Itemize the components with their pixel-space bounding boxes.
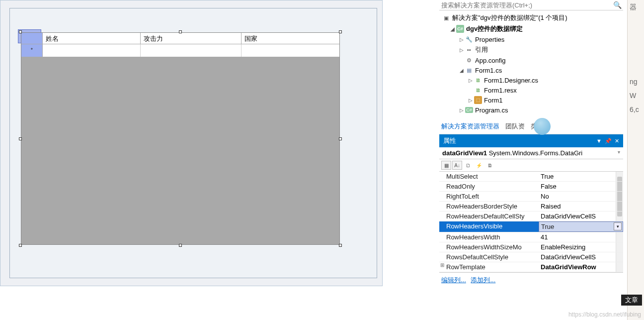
form1-node[interactable]: ◢ ▦ Form1.cs [440, 65, 622, 75]
property-row[interactable]: MultiSelectTrue [439, 172, 623, 182]
property-row[interactable]: RightToLeftNo [439, 192, 623, 202]
grid-new-row[interactable]: * [21, 44, 339, 57]
grid-header-row: 姓名 攻击力 国家 [21, 33, 339, 44]
solution-explorer-search[interactable]: 🔍 [439, 0, 623, 10]
project-node[interactable]: ◢ C# dgv控件的数据绑定 [440, 23, 622, 34]
bottom-tabs: 解决方案资源管理器 团队资 类视图 [439, 119, 623, 134]
avatar-icon [534, 118, 551, 135]
csharp-project-icon: C# [456, 25, 464, 33]
chevron-down-icon[interactable]: ▾ [614, 222, 622, 230]
gutter-text: ng [628, 75, 644, 89]
article-tag[interactable]: 文章 [621, 295, 642, 306]
expander-icon[interactable]: ▷ [467, 78, 474, 83]
alphabetical-button[interactable]: A↓ [452, 161, 462, 170]
expander-icon[interactable]: ▷ [458, 47, 465, 53]
config-file-icon: ⚙ [465, 56, 473, 64]
property-pages-button[interactable]: 🗎 [485, 161, 495, 170]
search-icon[interactable]: 🔍 [613, 1, 621, 9]
column-header[interactable]: 国家 [242, 33, 339, 44]
chevron-down-icon[interactable]: ▾ [618, 149, 620, 155]
grid-corner-cell[interactable] [21, 33, 43, 44]
column-header[interactable]: 姓名 [43, 33, 141, 44]
search-input[interactable] [441, 1, 613, 9]
property-row[interactable]: RowHeadersWidth41 [439, 232, 623, 242]
events-button[interactable]: ⚡ [474, 161, 484, 170]
property-name: ReadOnly [439, 182, 539, 191]
solution-icon: ▣ [442, 14, 450, 22]
expander-icon[interactable]: ▷ [458, 37, 465, 42]
property-value[interactable]: False [539, 182, 623, 191]
program-node[interactable]: ▷ C# Program.cs [440, 105, 622, 115]
property-row[interactable]: RowHeadersBorderStyleRaised [439, 202, 623, 212]
property-value[interactable]: DataGridViewRow [539, 262, 623, 272]
column-header[interactable]: 攻击力 [141, 33, 242, 44]
property-row[interactable]: RowsDefaultCellStyleDataGridViewCellS [439, 252, 623, 262]
tree-label: Form1 [484, 97, 503, 104]
grid-cell[interactable] [242, 44, 339, 57]
solution-label: 解决方案"dgv控件的数据绑定"(1 个项目) [452, 13, 567, 22]
resize-handle[interactable] [339, 137, 342, 140]
categorized-button[interactable]: ▦ [441, 161, 451, 170]
property-value[interactable]: True [539, 172, 623, 181]
property-row[interactable]: ⊞RowTemplateDataGridViewRow [439, 262, 623, 272]
property-value[interactable]: DataGridViewCellS [539, 252, 623, 262]
grid-cell[interactable] [43, 44, 141, 57]
expander-icon[interactable]: ◢ [449, 26, 456, 32]
edit-columns-link[interactable]: 编辑列... [441, 276, 466, 284]
add-column-link[interactable]: 添加列... [471, 276, 495, 284]
expander-icon[interactable]: ▷ [467, 98, 474, 103]
property-row[interactable]: RowHeadersVisibleTrue▾ [439, 221, 623, 232]
tab-team-explorer[interactable]: 团队资 [505, 122, 525, 131]
solution-node[interactable]: ▣ 解决方案"dgv控件的数据绑定"(1 个项目) [440, 12, 622, 23]
property-name: RowHeadersBorderStyle [439, 202, 539, 211]
dropdown-icon[interactable]: ▼ [596, 138, 602, 144]
resize-handle[interactable] [339, 244, 342, 247]
property-value[interactable]: EnableResizing [539, 242, 623, 252]
resize-handle[interactable] [179, 30, 182, 33]
object-type: System.Windows.Forms.DataGri [489, 149, 583, 157]
properties-title-bar[interactable]: 属性 ▼ 📌 ✕ [439, 134, 623, 147]
properties-node[interactable]: ▷ 🔧 Properties [440, 34, 622, 44]
property-name: MultiSelect [439, 172, 539, 181]
designer-pane: 姓名 攻击力 国家 * [0, 0, 383, 286]
watermark: https://blog.csdn.net/ifubing [568, 311, 641, 318]
property-name: RowsDefaultCellStyle [439, 252, 539, 262]
tab-solution-explorer[interactable]: 解决方案资源管理器 [441, 122, 499, 131]
grid-cell[interactable] [141, 44, 242, 57]
form-designer-surface[interactable]: 姓名 攻击力 国家 * [9, 8, 377, 278]
form1-resx-node[interactable]: 🗎 Form1.resx [440, 85, 622, 95]
references-node[interactable]: ▷ ▪▪ 引用 [440, 44, 622, 55]
property-row[interactable]: RowHeadersDefaultCellStyDataGridViewCell… [439, 212, 623, 221]
properties-grid[interactable]: MultiSelectTrueReadOnlyFalseRightToLeftN… [439, 172, 623, 272]
properties-panel: 属性 ▼ 📌 ✕ dataGridView1 System.Windows.Fo… [439, 134, 623, 288]
pin-icon[interactable]: 📌 [605, 138, 612, 144]
expander-icon[interactable]: ◢ [458, 68, 465, 73]
gutter-text: 器 [628, 0, 644, 15]
properties-object-selector[interactable]: dataGridView1 System.Windows.Forms.DataG… [439, 147, 623, 159]
property-name: RowTemplate [439, 262, 539, 272]
resize-handle[interactable] [339, 30, 342, 33]
resize-handle[interactable] [179, 244, 182, 247]
property-value[interactable]: Raised [539, 202, 623, 211]
resize-handle[interactable] [19, 30, 22, 33]
property-row[interactable]: RowHeadersWidthSizeMoEnableResizing [439, 242, 623, 252]
form1-designer-node[interactable]: ▷ 🗎 Form1.Designer.cs [440, 75, 622, 85]
property-value[interactable]: True▾ [539, 221, 623, 232]
resize-handle[interactable] [19, 244, 22, 247]
expander-icon[interactable]: ⊞ [440, 262, 444, 268]
form1-class-node[interactable]: ▷ ⬚ Form1 [440, 95, 622, 105]
datagridview[interactable]: 姓名 攻击力 国家 * [21, 32, 340, 245]
expander-icon[interactable]: ▷ [458, 107, 465, 113]
close-icon[interactable]: ✕ [615, 138, 619, 144]
appconfig-node[interactable]: ⚙ App.config [440, 55, 622, 65]
solution-explorer-tree[interactable]: ▣ 解决方案"dgv控件的数据绑定"(1 个项目) ◢ C# dgv控件的数据绑… [439, 10, 623, 119]
property-value[interactable]: No [539, 192, 623, 201]
object-name: dataGridView1 [442, 149, 487, 157]
property-value[interactable]: 41 [539, 232, 623, 242]
property-name: RowHeadersDefaultCellSty [439, 212, 539, 221]
property-row[interactable]: ReadOnlyFalse [439, 182, 623, 192]
resize-handle[interactable] [19, 137, 22, 140]
properties-button[interactable]: 🗋 [463, 161, 473, 170]
property-value[interactable]: DataGridViewCellS [539, 212, 623, 221]
datagridview-selection[interactable]: 姓名 攻击力 国家 * [21, 32, 340, 245]
